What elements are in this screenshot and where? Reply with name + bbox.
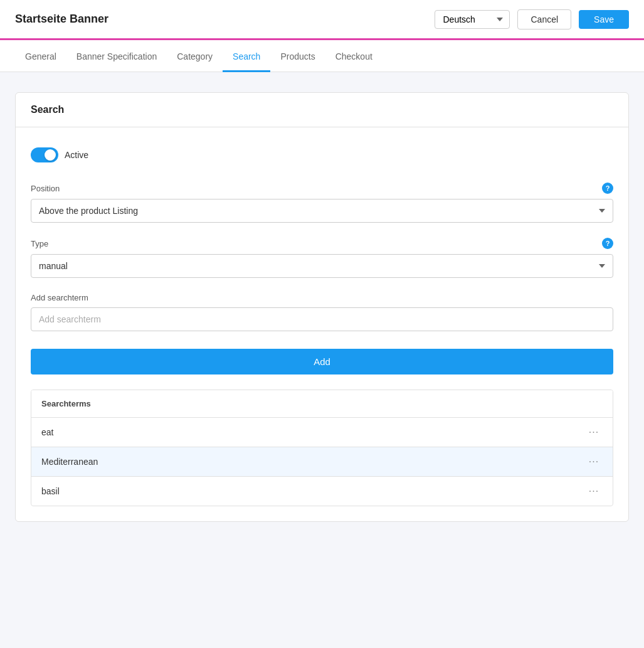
save-button[interactable]: Save [579,10,629,29]
card-title: Search [31,104,64,115]
table-row: basil ··· [31,477,613,506]
position-help-icon[interactable]: ? [602,183,613,194]
position-select[interactable]: Above the product Listing Below the prod… [31,199,613,223]
tab-products[interactable]: Products [270,40,325,72]
term-cell: Mediterranean [31,448,575,475]
active-toggle-row: Active [31,147,613,162]
language-select[interactable]: Deutsch English [435,10,510,29]
tab-checkout[interactable]: Checkout [325,40,383,72]
tab-category[interactable]: Category [167,40,223,72]
tab-banner-specification[interactable]: Banner Specification [66,40,167,72]
tab-search[interactable]: Search [223,40,270,72]
term-cell: basil [31,477,575,505]
page-header: Startseite Banner Deutsch English Cancel… [0,0,644,40]
card-header: Search [16,93,628,127]
type-select[interactable]: manual automatic [31,254,613,278]
main-content: Search Active Position ? Above the pr [0,72,644,542]
active-toggle[interactable] [31,147,58,162]
column-actions [575,390,613,417]
type-help-icon[interactable]: ? [602,238,613,249]
searchterm-label: Add searchterm [31,293,88,302]
type-label: Type [31,239,48,248]
searchterm-group: Add searchterm [31,293,613,331]
column-searchterms: Searchterms [31,390,575,417]
position-label: Position [31,184,60,193]
table-row: Mediterranean ··· [31,447,613,477]
term-cell: eat [31,418,575,446]
searchterms-table: Searchterms eat ··· Mediterranean ··· ba… [31,390,613,506]
searchterm-label-row: Add searchterm [31,293,613,302]
searchterm-input[interactable] [31,307,613,331]
header-actions: Deutsch English Cancel Save [435,9,629,29]
position-group: Position ? Above the product Listing Bel… [31,183,613,223]
table-header: Searchterms [31,390,613,418]
type-label-row: Type ? [31,238,613,249]
row-actions-button[interactable]: ··· [575,447,613,476]
add-button[interactable]: Add [31,349,613,374]
type-group: Type ? manual automatic [31,238,613,278]
toggle-thumb [45,149,56,161]
search-card: Search Active Position ? Above the pr [15,92,629,522]
tabs-bar: General Banner Specification Category Se… [0,40,644,72]
cancel-button[interactable]: Cancel [517,9,571,29]
active-label: Active [65,150,88,160]
tab-general[interactable]: General [15,40,66,72]
row-actions-button[interactable]: ··· [575,418,613,447]
page-title: Startseite Banner [15,13,108,26]
card-body: Active Position ? Above the product List… [16,127,628,521]
position-label-row: Position ? [31,183,613,194]
row-actions-button[interactable]: ··· [575,477,613,506]
table-row: eat ··· [31,418,613,447]
